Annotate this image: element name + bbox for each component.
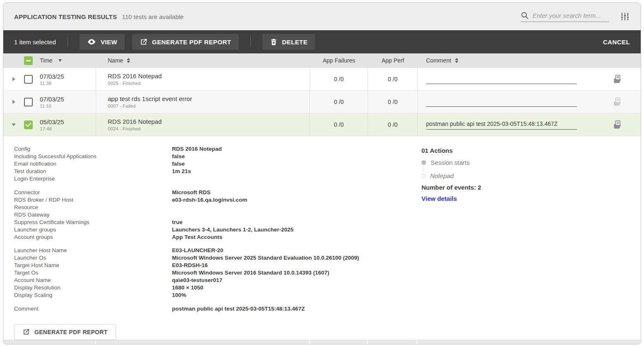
actions-title: 01 Actions [421, 147, 481, 154]
row-time: 11:39 [40, 81, 64, 86]
generate-pdf-report-button[interactable]: GENERATE PDF REPORT [132, 34, 239, 50]
comment-input[interactable] [426, 74, 577, 84]
chevron-down-icon [12, 123, 16, 126]
app-perf-value: 0 /0 [388, 121, 397, 128]
detail-value: true [172, 219, 183, 226]
detail-value: postman public api test 2025-03-05T15:48… [172, 305, 305, 313]
app-window: APPLICATION TESTING RESULTS 110 tests ar… [3, 2, 641, 345]
search-input[interactable] [533, 12, 609, 19]
column-app-failures[interactable]: App Failures [323, 57, 356, 64]
expand-row-button[interactable] [3, 100, 24, 104]
app-failures-value: 0 /0 [334, 76, 344, 82]
page-title: APPLICATION TESTING RESULTS [14, 13, 117, 20]
hollow-bullet-icon [421, 174, 426, 178]
detail-label: Comment [14, 305, 172, 313]
delete-button[interactable]: DELETE [262, 34, 315, 50]
search-icon [521, 11, 529, 20]
detail-label: Launcher Os [14, 254, 172, 262]
app-perf-value: 0 /0 [388, 99, 397, 105]
row-date: 05/03/25 [40, 118, 64, 125]
row-checkbox-checked[interactable] [24, 120, 33, 129]
eye-icon [87, 37, 96, 46]
filter-sliders-icon[interactable] [620, 12, 630, 22]
row-checkbox[interactable] [24, 75, 33, 84]
action-item: Notepad [421, 172, 481, 179]
collapse-row-button[interactable] [3, 123, 24, 126]
filled-bullet-icon [421, 160, 426, 165]
timeline-connector [424, 167, 481, 171]
test-status: 0007 - Failed [108, 104, 192, 108]
column-name[interactable]: Name [108, 57, 123, 64]
view-details-link[interactable]: View details [421, 195, 457, 202]
detail-label: Target Os [14, 269, 172, 277]
select-all-checkbox[interactable] [24, 56, 33, 65]
detail-value: Microsoft Windows Server 2025 Standard E… [172, 254, 359, 262]
sort-desc-icon[interactable] [58, 59, 62, 62]
cancel-button[interactable]: CANCEL [603, 39, 630, 46]
detail-value: false [172, 153, 185, 160]
detail-value: E03-RDSH-16 [172, 262, 208, 269]
comment-input[interactable] [426, 97, 577, 107]
row-time: 17:48 [40, 126, 64, 131]
detail-label: Account groups [14, 234, 172, 241]
generate-pdf-report-button-secondary[interactable]: GENERATE PDF REPORT [14, 324, 116, 340]
detail-label: Target Host Name [14, 262, 172, 269]
app-failures-value: 0 /0 [334, 121, 344, 128]
detail-value: Launchers 3-4, Launchers 1-2, Launcher-2… [172, 226, 293, 234]
connector-group: ConnectorMicrosoft RDS RDS Broker / RDP … [14, 189, 641, 241]
toolbar-divider [68, 36, 68, 47]
comment-input[interactable] [426, 120, 577, 130]
test-status: 0025 - Finished [108, 81, 162, 86]
detail-value: E03-LAUNCHER-20 [172, 247, 223, 254]
trash-x-icon [270, 38, 278, 46]
detail-value: 1m 21s [172, 168, 191, 175]
detail-value: e03-rdsh-16.qa.loginvsi.com [172, 196, 247, 204]
column-app-perf[interactable]: App Perf [382, 57, 404, 64]
detail-label: Login Enterprise [14, 175, 172, 183]
detail-value: 100% [172, 292, 186, 299]
app-perf-value: 0 /0 [388, 76, 397, 82]
column-time[interactable]: Time [40, 57, 53, 64]
tests-available-count: 110 tests are available [122, 13, 184, 20]
detail-label: Launcher Host Name [14, 247, 172, 254]
page-header: APPLICATION TESTING RESULTS 110 tests ar… [3, 3, 641, 30]
detail-value: Microsoft Windows Server 2016 Standard 1… [172, 269, 329, 277]
row-time: 11:10 [40, 104, 64, 108]
detail-label: Display Resolution [14, 284, 172, 292]
table-row[interactable]: 07/03/25 11:10 app test rds 1script even… [3, 90, 641, 113]
detail-value: App Test Accounts [172, 234, 223, 241]
test-name: RDS 2016 Notepad [108, 118, 162, 125]
row-date: 07/03/25 [40, 96, 64, 103]
open-report-folder-icon [613, 97, 622, 107]
open-in-new-icon [22, 328, 30, 336]
detail-label: Email notification [14, 160, 172, 168]
table-row-selected[interactable]: 05/03/25 17:48 RDS 2016 Notepad 0024 - F… [3, 113, 641, 136]
open-report-folder-icon[interactable] [613, 120, 622, 130]
detail-value: false [172, 160, 185, 168]
expand-row-button[interactable] [3, 77, 24, 81]
open-report-folder-icon[interactable] [613, 74, 622, 84]
column-comment[interactable]: Comment [426, 57, 451, 64]
sort-both-icon[interactable] [455, 58, 458, 63]
search-box[interactable] [521, 11, 609, 22]
view-button[interactable]: VIEW [80, 34, 125, 50]
sort-both-icon[interactable] [127, 58, 130, 63]
detail-label: Including Successful Applications [14, 153, 172, 160]
selection-count: 1 item selected [14, 39, 56, 46]
table-row[interactable]: 07/03/25 11:39 RDS 2016 Notepad 0025 - F… [3, 67, 641, 90]
environment-group: Launcher Host NameE03-LAUNCHER-20 Launch… [14, 247, 641, 299]
detail-label: Test duration [14, 168, 172, 175]
test-status: 0024 - Finished [108, 126, 162, 131]
detail-label: Suppress Certificate Warnings [14, 219, 172, 226]
detail-label: RDS Gateway [14, 211, 172, 219]
detail-value: 1680 × 1050 [172, 284, 203, 292]
detail-label: Config [14, 145, 172, 153]
row-checkbox[interactable] [24, 98, 33, 106]
events-count: Number of events: 2 [421, 184, 481, 191]
chevron-right-icon [12, 77, 15, 81]
toolbar-divider [250, 36, 251, 47]
test-details-panel: ConfigRDS 2016 Notepad Including Success… [3, 136, 641, 340]
app-failures-value: 0 /0 [334, 99, 344, 105]
comment-group: Commentpostman public api test 2025-03-0… [14, 305, 641, 313]
detail-label: Resource [14, 204, 172, 211]
